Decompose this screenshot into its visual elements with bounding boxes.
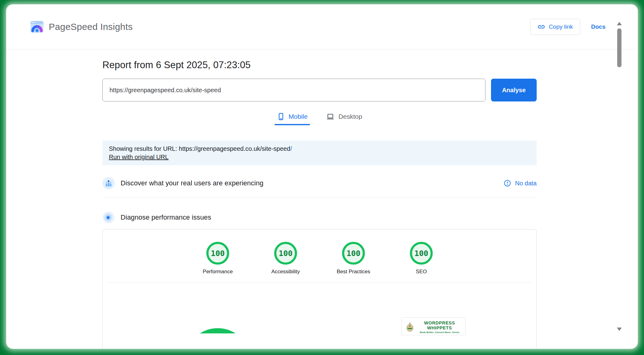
score-card: 100 Performance 100 Accessibility 100 Be… <box>102 229 537 349</box>
score-gauges: 100 Performance 100 Accessibility 100 Be… <box>103 229 536 275</box>
big-performance-gauge-top <box>184 328 251 333</box>
field-data-status[interactable]: No data <box>504 180 537 187</box>
header-actions: Copy link Docs <box>530 19 605 35</box>
copy-link-label: Copy link <box>549 23 573 30</box>
field-data-title: Discover what your real users are experi… <box>121 179 263 187</box>
trailing-slash: / <box>290 145 292 152</box>
results-banner: Showing results for URL: https://greenpa… <box>102 141 537 165</box>
field-data-section: Discover what your real users are experi… <box>102 177 537 189</box>
no-data-label: No data <box>515 180 537 187</box>
best-practices-score: 100 <box>342 242 365 265</box>
best-practices-label: Best Practices <box>337 269 370 275</box>
page-screenshot-thumbnail: WORDPRESS WHIPPETS Rank Better, Convert … <box>401 317 465 335</box>
tab-desktop-label: Desktop <box>338 113 362 120</box>
copy-link-button[interactable]: Copy link <box>530 19 580 35</box>
scrollbar-thumb[interactable] <box>617 28 621 67</box>
accessibility-label: Accessibility <box>271 269 300 275</box>
lab-data-section: Diagnose performance issues <box>102 211 537 224</box>
report-heading: Report from 6 Sept 2025, 07:23:05 <box>102 60 537 71</box>
analyze-form: Analyse <box>102 79 537 101</box>
gauge-best-practices[interactable]: 100 Best Practices <box>335 242 372 275</box>
tab-desktop[interactable]: Desktop <box>326 113 362 125</box>
site-name-line2: WHIPPETS <box>416 325 463 330</box>
diagnose-icon <box>102 211 115 224</box>
performance-score: 100 <box>206 242 229 265</box>
device-tabs: Mobile Desktop <box>102 113 537 125</box>
site-tagline: Rank Better, Convert More: Green <box>416 331 463 334</box>
lab-data-title: Diagnose performance issues <box>121 213 211 221</box>
pagespeed-logo-icon <box>30 21 44 33</box>
gauge-accessibility[interactable]: 100 Accessibility <box>267 242 304 275</box>
scroll-up-icon[interactable] <box>617 22 622 25</box>
link-icon <box>537 23 545 31</box>
results-banner-message: Showing results for URL: https://greenpa… <box>109 145 530 153</box>
mobile-icon <box>277 113 285 121</box>
gauge-seo[interactable]: 100 SEO <box>403 242 440 275</box>
accessibility-score: 100 <box>274 242 297 265</box>
desktop-icon <box>326 113 335 121</box>
analyse-button[interactable]: Analyse <box>491 79 537 101</box>
docs-link[interactable]: Docs <box>591 23 605 30</box>
tab-mobile-label: Mobile <box>289 113 308 120</box>
site-logo-icon <box>406 322 414 332</box>
app-header: PageSpeed Insights Copy link Docs <box>6 4 638 49</box>
site-title-block: WORDPRESS WHIPPETS Rank Better, Convert … <box>416 320 463 335</box>
section-divider <box>102 197 537 198</box>
seo-score: 100 <box>410 242 433 265</box>
url-input[interactable] <box>102 79 485 101</box>
seo-label: SEO <box>416 269 427 275</box>
run-with-original-url-link[interactable]: Run with original URL <box>109 154 168 160</box>
app-title: PageSpeed Insights <box>49 22 133 32</box>
scroll-down-icon[interactable] <box>617 328 622 331</box>
gauge-performance[interactable]: 100 Performance <box>199 242 236 275</box>
card-divider <box>107 283 532 283</box>
page-scrollbar <box>617 4 622 349</box>
tab-mobile[interactable]: Mobile <box>277 113 308 125</box>
main-content: Report from 6 Sept 2025, 07:23:05 Analys… <box>102 50 537 349</box>
real-users-icon <box>102 177 115 189</box>
pagespeed-window: PageSpeed Insights Copy link Docs Report… <box>6 4 638 349</box>
site-name-line1: WORDPRESS <box>416 320 463 325</box>
performance-label: Performance <box>203 269 233 275</box>
info-icon <box>504 180 511 187</box>
